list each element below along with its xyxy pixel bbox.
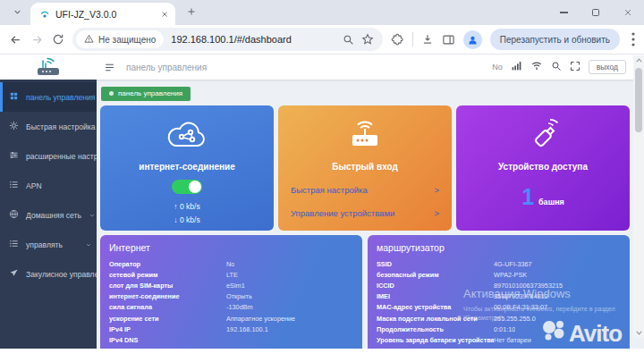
operator-label: No: [492, 63, 503, 72]
wifi-icon: [530, 59, 543, 75]
row-label: ICCID: [377, 282, 494, 290]
row-value: LTE: [226, 271, 238, 279]
sidebar-item-label: Домашняя сеть: [26, 211, 81, 220]
row-value: eSim1: [226, 282, 245, 290]
download-icon[interactable]: [421, 33, 434, 46]
extensions-icon[interactable]: [391, 33, 404, 46]
browser-menu-icon[interactable]: [628, 32, 639, 46]
row-label: SSID: [377, 260, 494, 268]
row-value: Аппаратное ускорение: [226, 315, 295, 323]
profile-avatar[interactable]: [463, 30, 482, 49]
sidebar-item-dashboard[interactable]: панель управления: [0, 82, 97, 112]
sidebar-item-advanced-settings[interactable]: расширенные настройки: [0, 141, 97, 171]
row-value: 8970101006373953215: [494, 282, 563, 290]
security-chip[interactable]: Не защищено: [76, 30, 164, 48]
browser-window: UFI-JZ_V3.0.0 Не защищено 192.168.100.1/…: [0, 0, 644, 362]
router-logo-icon: [0, 56, 97, 78]
reload-icon[interactable]: [52, 33, 64, 46]
router-device-icon: [343, 117, 387, 155]
maximize-button[interactable]: [580, 0, 612, 25]
logout-button[interactable]: выход: [589, 60, 626, 74]
sidebar-item-apn[interactable]: APN: [0, 171, 97, 200]
card-title: Интернет: [109, 242, 353, 253]
table-row: IPv4 DNS: [109, 334, 353, 345]
search-icon[interactable]: [551, 59, 562, 75]
table-row: интернет-соединениеОткрыть: [109, 291, 353, 302]
page-content: панель управления No выход панель управл…: [0, 55, 644, 362]
signal-bars-icon: [511, 59, 522, 75]
count-value: 1: [521, 184, 534, 210]
tab-close-icon[interactable]: [160, 6, 169, 22]
minimize-button[interactable]: [547, 0, 580, 25]
row-value: 0:01:10: [494, 325, 515, 333]
row-label: ускорение сети: [109, 315, 226, 323]
menu-toggle-icon[interactable]: [104, 62, 115, 73]
fullscreen-icon[interactable]: [570, 59, 580, 75]
row-label: Маска подсети локальной сети: [377, 315, 494, 323]
browser-toolbar: Не защищено 192.168.100.1/#/dashboard Пе…: [0, 25, 644, 55]
link-label: Быстрая настройка: [291, 185, 368, 195]
table-row: безопасный режимWPA2-PSK: [377, 269, 621, 280]
table-row: сетевой режимLTE: [109, 269, 353, 280]
close-button[interactable]: [612, 0, 644, 25]
globe-icon: [9, 209, 19, 221]
row-value: No: [226, 260, 234, 268]
forward-icon[interactable]: [30, 33, 44, 46]
row-value: 4G-UFI-3367: [494, 260, 532, 268]
quick-setup-link[interactable]: Быстрая настройка >: [291, 185, 439, 195]
scroll-down-icon[interactable]: [636, 328, 642, 338]
zoom-icon[interactable]: [343, 34, 354, 46]
chevron-down-icon: [89, 212, 96, 219]
row-label: Оператор: [109, 260, 226, 268]
arrow-right-icon: >: [434, 185, 439, 195]
scroll-up-icon[interactable]: [636, 55, 642, 65]
breadcrumb-label: панель управления: [118, 89, 182, 97]
table-row: сила сигнала-130dBm: [109, 302, 353, 313]
dot-icon: [109, 91, 114, 96]
sidebar-item-label: APN: [26, 181, 42, 190]
chevron-down-icon: [13, 4, 22, 21]
arrow-right-icon: >: [434, 208, 439, 218]
dashboard-main: панель управления интернет-соединение ↑: [97, 80, 632, 349]
page-scrollbar[interactable]: [633, 55, 644, 338]
list-icon: [9, 180, 19, 191]
card-title: Устройство доступа: [498, 162, 588, 172]
breadcrumb-tab[interactable]: панель управления: [101, 87, 191, 101]
list-icon: [9, 239, 19, 250]
sidebar-item-label: панель управления: [26, 93, 95, 102]
count-label: башня: [538, 198, 564, 206]
gear-icon: [9, 121, 19, 132]
sidebar-item-quick-setup[interactable]: Быстрая настройка: [0, 112, 97, 141]
new-tab-button[interactable]: [181, 2, 202, 23]
sidebar: панель управления Быстрая настройка расш…: [0, 80, 97, 349]
security-label: Не защищено: [98, 35, 156, 45]
grid-icon: [9, 91, 19, 103]
sidebar-item-backstage-management[interactable]: Закулисное управление: [0, 259, 97, 289]
relaunch-update-button[interactable]: Перезапустить и обновить: [490, 29, 620, 50]
browser-tab[interactable]: UFI-JZ_V3.0.0: [30, 3, 175, 25]
row-value: WPA2-PSK: [494, 271, 527, 279]
scrollbar-thumb[interactable]: [635, 68, 642, 132]
card-title: Быстрый вход: [332, 162, 398, 172]
tower-count: 1 башня: [521, 184, 564, 210]
sliders-icon: [9, 150, 19, 162]
internet-toggle[interactable]: [172, 180, 202, 194]
address-bar[interactable]: Не защищено 192.168.100.1/#/dashboard: [72, 28, 383, 51]
sidebar-item-manage[interactable]: управлять: [0, 230, 97, 259]
header-status-cluster: No выход: [492, 59, 626, 75]
device-management-link[interactable]: Управление устройствами >: [291, 208, 439, 218]
link-label: Управление устройствами: [291, 208, 394, 218]
table-row: MAC-адрес устройства00:0B:F4:31:33:07: [377, 302, 621, 313]
card-title: интернет-соединение: [139, 162, 235, 172]
paper-plane-icon: [9, 268, 19, 280]
url-text[interactable]: 192.168.100.1/#/dashboard: [171, 34, 335, 45]
side-panel-icon[interactable]: [442, 33, 455, 46]
table-row: IMEI353879239784812: [377, 291, 621, 302]
row-label: слот для SIM-карты: [109, 282, 226, 290]
tab-search-button[interactable]: [7, 3, 27, 22]
bookmark-star-icon[interactable]: [361, 33, 374, 46]
row-label: сила сигнала: [109, 303, 226, 311]
back-icon[interactable]: [9, 33, 22, 46]
row-value: 00:0B:F4:31:33:07: [494, 303, 547, 311]
sidebar-item-home-network[interactable]: Домашняя сеть: [0, 200, 97, 230]
